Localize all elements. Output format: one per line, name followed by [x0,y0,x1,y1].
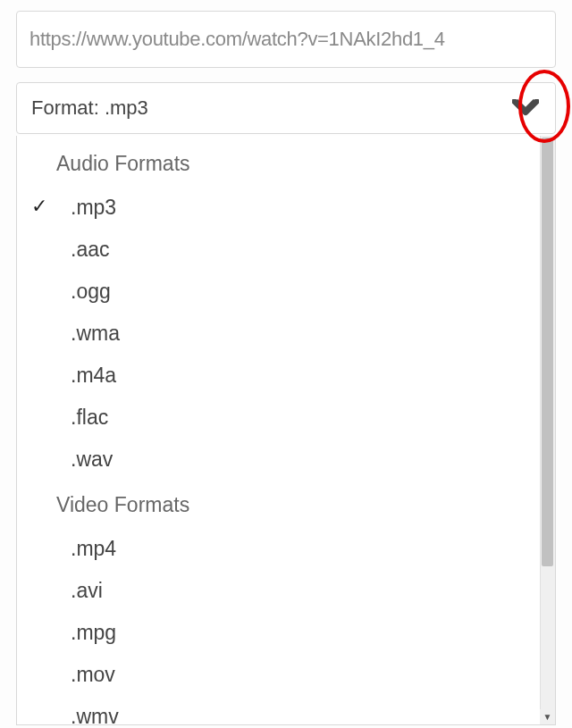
scrollbar-down-icon[interactable]: ▼ [540,709,555,724]
format-option-wma[interactable]: .wma [56,313,555,355]
option-label: .mov [71,663,115,687]
chevron-down-icon [510,96,541,121]
group-header-audio: Audio Formats [56,152,555,176]
format-option-wmv[interactable]: .wmv [56,696,555,725]
format-option-wav[interactable]: .wav [56,439,555,481]
format-dropdown-toggle[interactable]: Format: .mp3 [16,82,556,134]
format-option-ogg[interactable]: .ogg [56,271,555,313]
scrollbar-track[interactable]: ▼ [540,136,555,724]
group-header-video: Video Formats [56,493,555,517]
option-label: .aac [71,238,109,262]
format-option-avi[interactable]: .avi [56,570,555,612]
format-option-flac[interactable]: .flac [56,397,555,439]
option-label: .wav [71,448,113,472]
format-option-mp3[interactable]: ✓ .mp3 [56,187,555,229]
format-option-mp4[interactable]: .mp4 [56,528,555,570]
option-label: .mp3 [71,196,116,220]
option-label: .m4a [71,364,116,388]
option-label: .wma [71,322,120,346]
format-option-mpg[interactable]: .mpg [56,612,555,654]
option-label: .mp4 [71,537,116,561]
option-label: .flac [71,406,108,430]
format-option-aac[interactable]: .aac [56,229,555,271]
format-selected-label: Format: .mp3 [31,96,148,120]
option-label: .ogg [71,280,111,304]
check-icon: ✓ [31,195,47,218]
format-option-m4a[interactable]: .m4a [56,355,555,397]
option-label: .avi [71,579,103,603]
format-dropdown-list: Audio Formats ✓ .mp3 .aac .ogg .wma .m4a… [16,136,556,725]
option-label: .wmv [71,705,119,725]
option-label: .mpg [71,621,116,645]
format-option-mov[interactable]: .mov [56,654,555,696]
scrollbar-thumb[interactable] [542,138,553,566]
url-input[interactable] [16,11,556,68]
